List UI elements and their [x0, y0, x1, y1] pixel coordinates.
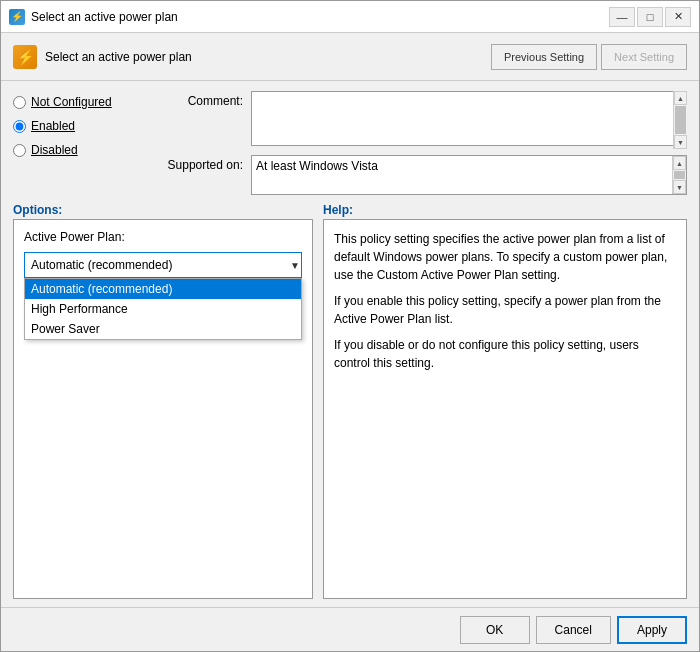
cancel-button[interactable]: Cancel — [536, 616, 611, 644]
dropdown-item-1[interactable]: High Performance — [25, 299, 301, 319]
enabled-label: Enabled — [31, 119, 75, 133]
help-section-label: Help: — [323, 203, 687, 217]
dropdown-selected-text: Automatic (recommended) — [31, 258, 172, 272]
maximize-button[interactable]: □ — [637, 7, 663, 27]
dropdown-selected[interactable]: Automatic (recommended) — [24, 252, 302, 278]
dropdown-item-0[interactable]: Automatic (recommended) — [25, 279, 301, 299]
close-button[interactable]: ✕ — [665, 7, 691, 27]
header-icon — [13, 45, 37, 69]
scroll-up-arrow[interactable]: ▲ — [674, 91, 687, 105]
scroll-down-arrow[interactable]: ▼ — [674, 135, 687, 149]
enabled-radio[interactable] — [13, 120, 26, 133]
title-bar-controls: — □ ✕ — [609, 7, 691, 27]
supported-row: Supported on: At least Windows Vista ▲ ▼ — [153, 155, 687, 195]
comment-row: Comment: ▲ ▼ — [153, 91, 687, 149]
comment-label: Comment: — [153, 91, 243, 108]
supported-scrollbar[interactable]: ▲ ▼ — [672, 156, 686, 194]
custom-dropdown[interactable]: Automatic (recommended) ▼ Automatic (rec… — [24, 252, 302, 278]
apply-button[interactable]: Apply — [617, 616, 687, 644]
supported-scroll-up[interactable]: ▲ — [673, 156, 686, 170]
not-configured-option[interactable]: Not Configured — [13, 95, 143, 109]
title-bar-left: ⚡ Select an active power plan — [9, 9, 178, 25]
scroll-thumb — [675, 106, 686, 134]
bottom-section: Active Power Plan: Automatic (recommende… — [13, 219, 687, 599]
help-paragraph-1: This policy setting specifies the active… — [334, 230, 676, 284]
not-configured-label: Not Configured — [31, 95, 112, 109]
comment-textarea[interactable] — [251, 91, 687, 146]
help-text: This policy setting specifies the active… — [334, 230, 676, 372]
next-setting-button[interactable]: Next Setting — [601, 44, 687, 70]
supported-thumb — [674, 171, 685, 179]
section-labels: Options: Help: — [13, 203, 687, 217]
minimize-button[interactable]: — — [609, 7, 635, 27]
disabled-label: Disabled — [31, 143, 78, 157]
header-left: Select an active power plan — [13, 45, 192, 69]
disabled-radio[interactable] — [13, 144, 26, 157]
window-title: Select an active power plan — [31, 10, 178, 24]
help-paragraph-2: If you enable this policy setting, speci… — [334, 292, 676, 328]
disabled-option[interactable]: Disabled — [13, 143, 143, 157]
supported-value-box: At least Windows Vista ▲ ▼ — [251, 155, 687, 195]
content-area: Not Configured Enabled Disabled Comment: — [1, 81, 699, 607]
options-section-label: Options: — [13, 203, 313, 217]
dropdown-item-2[interactable]: Power Saver — [25, 319, 301, 339]
header-buttons: Previous Setting Next Setting — [491, 44, 687, 70]
title-bar: ⚡ Select an active power plan — □ ✕ — [1, 1, 699, 33]
window-icon: ⚡ — [9, 9, 25, 25]
main-window: ⚡ Select an active power plan — □ ✕ Sele… — [0, 0, 700, 652]
comment-scrollbar[interactable]: ▲ ▼ — [673, 91, 687, 149]
top-section: Not Configured Enabled Disabled Comment: — [13, 91, 687, 195]
enabled-option[interactable]: Enabled — [13, 119, 143, 133]
supported-scroll-down[interactable]: ▼ — [673, 180, 686, 194]
dropdown-wrapper: Automatic (recommended) ▼ Automatic (rec… — [24, 252, 302, 278]
supported-label: Supported on: — [153, 155, 243, 172]
help-paragraph-3: If you disable or do not configure this … — [334, 336, 676, 372]
right-fields: Comment: ▲ ▼ Supported on: At least Wind… — [153, 91, 687, 195]
ok-button[interactable]: OK — [460, 616, 530, 644]
footer: OK Cancel Apply — [1, 607, 699, 651]
dropdown-list: Automatic (recommended) High Performance… — [24, 278, 302, 340]
header-bar: Select an active power plan Previous Set… — [1, 33, 699, 81]
supported-value: At least Windows Vista — [256, 159, 394, 173]
radio-group: Not Configured Enabled Disabled — [13, 91, 143, 195]
options-panel: Active Power Plan: Automatic (recommende… — [13, 219, 313, 599]
header-title: Select an active power plan — [45, 50, 192, 64]
not-configured-radio[interactable] — [13, 96, 26, 109]
power-plan-label: Active Power Plan: — [24, 230, 302, 244]
previous-setting-button[interactable]: Previous Setting — [491, 44, 597, 70]
help-panel: This policy setting specifies the active… — [323, 219, 687, 599]
